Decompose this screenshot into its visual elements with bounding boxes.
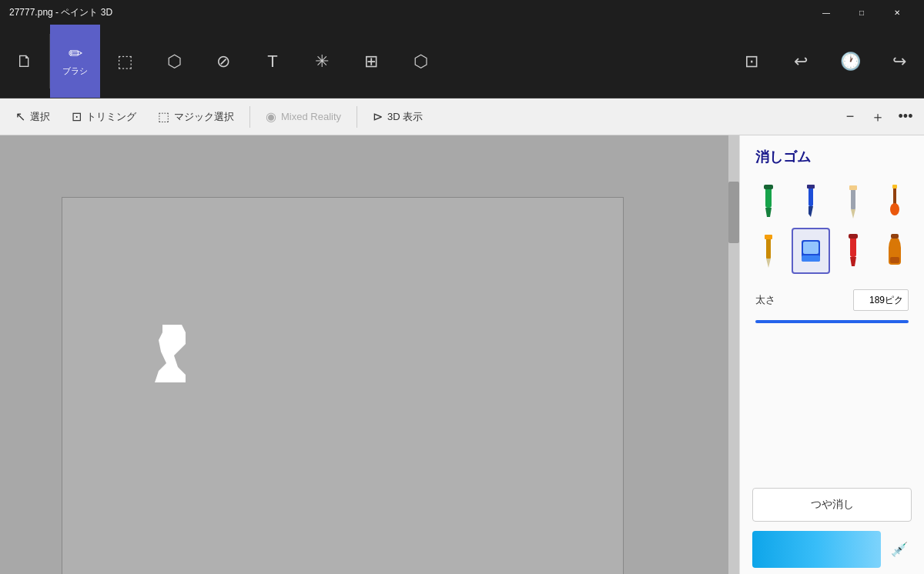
brush-eraser[interactable] [792, 228, 830, 274]
svg-marker-20 [850, 257, 856, 266]
matte-button[interactable]: つや消し [752, 488, 912, 522]
panel-title: 消しゴム [740, 135, 924, 175]
zoom-minus-icon: − [846, 108, 855, 125]
canvas-wrapper [62, 197, 624, 574]
thickness-input[interactable] [853, 289, 909, 311]
sub-select-label: 選択 [30, 110, 50, 124]
toolbar-right: ⊡ ↩ 🕐 ↪ [727, 25, 924, 98]
svg-rect-23 [890, 257, 899, 263]
toolbar-text[interactable]: T [248, 25, 297, 98]
thickness-label: 太さ [755, 293, 847, 307]
svg-rect-21 [849, 234, 858, 239]
close-button[interactable]: ✕ [879, 0, 915, 25]
toolbar-3d-object[interactable]: ⬡ [149, 25, 199, 98]
maximize-button[interactable]: □ [844, 0, 879, 25]
canvas-drawing [155, 325, 189, 382]
thickness-row: 太さ [740, 283, 924, 317]
brush-icon: ✏ [69, 45, 82, 62]
svg-rect-3 [764, 185, 773, 189]
toolbar-canvas-resize[interactable]: ⊞ [346, 25, 396, 98]
sub-trim-label: トリミング [86, 110, 136, 124]
color-swatch[interactable] [752, 531, 881, 568]
mixed-reality-icon: ◉ [266, 109, 276, 124]
svg-marker-2 [765, 208, 772, 217]
sub-3d-view[interactable]: ⊳ 3D 表示 [363, 105, 432, 128]
toolbar-brush[interactable]: ✏ ブラシ [50, 25, 100, 98]
svg-rect-18 [803, 242, 819, 254]
trim-icon: ⊡ [72, 109, 82, 124]
redo-icon: ↪ [892, 53, 906, 70]
select-arrow-icon: ↖ [15, 109, 25, 124]
scrollbar-thumb[interactable] [728, 182, 739, 243]
sticker-icon: ⊘ [216, 53, 230, 70]
toolbar-sticker[interactable]: ⊘ [199, 25, 248, 98]
brush-marker-red[interactable] [834, 228, 872, 274]
svg-rect-15 [765, 235, 772, 239]
toolbar-paste[interactable]: ⊡ [727, 25, 776, 98]
window-title: 27777.png - ペイント 3D [9, 6, 112, 19]
eyedropper-icon: 💉 [891, 541, 908, 558]
3d-view-sub-icon: ⊳ [373, 109, 383, 124]
toolbar-canvas[interactable]: 🗋 [0, 25, 49, 98]
minimize-button[interactable]: — [808, 0, 844, 25]
3d-view-icon: ⬡ [413, 53, 428, 70]
sub-toolbar: ↖ 選択 ⊡ トリミング ⬚ マジック選択 ◉ Mixed Reality ⊳ … [0, 98, 924, 135]
more-icon: ••• [899, 108, 913, 125]
zoom-plus-button[interactable]: ＋ [865, 105, 890, 129]
toolbar-3d-view[interactable]: ⬡ [396, 25, 445, 98]
panel-spacer [740, 332, 924, 479]
toolbar-brush-label: ブラシ [62, 65, 88, 77]
thickness-slider[interactable] [755, 320, 909, 323]
vertical-scrollbar[interactable] [728, 135, 739, 574]
toolbar-effects[interactable]: ✳ [297, 25, 346, 98]
svg-rect-22 [891, 234, 899, 239]
svg-marker-14 [766, 259, 771, 268]
main-toolbar: 🗋 ✏ ブラシ ⬚ ⬡ ⊘ T ✳ ⊞ ⬡ ⊡ ↩ [0, 25, 924, 98]
zoom-plus-icon: ＋ [871, 108, 885, 126]
sub-divider-2 [357, 106, 357, 128]
svg-marker-8 [851, 209, 855, 219]
canvas-area[interactable] [0, 135, 739, 574]
brush-pen-blue[interactable] [792, 179, 830, 225]
zoom-minus-button[interactable]: − [838, 105, 862, 129]
brush-marker-green[interactable] [749, 179, 788, 225]
history-icon: 🕐 [840, 53, 861, 70]
svg-marker-0 [155, 325, 186, 382]
toolbar-history[interactable]: 🕐 [825, 25, 875, 98]
paste-icon: ⊡ [745, 53, 758, 70]
sub-divider-1 [249, 106, 250, 128]
sub-mixed-reality-label: Mixed Reality [281, 111, 341, 122]
toolbar-select-shape[interactable]: ⬚ [100, 25, 149, 98]
color-swatch-row: 💉 [740, 531, 924, 574]
canvas-resize-icon: ⊞ [364, 53, 378, 70]
brush-bottle-amber[interactable] [875, 228, 914, 274]
effects-icon: ✳ [315, 53, 329, 70]
svg-rect-9 [849, 185, 857, 190]
main-content: 消しゴム [0, 135, 924, 574]
svg-rect-6 [807, 185, 815, 189]
svg-marker-5 [808, 206, 813, 217]
toolbar-undo[interactable]: ↩ [776, 25, 825, 98]
more-button[interactable]: ••• [893, 105, 918, 129]
3d-object-icon: ⬡ [167, 53, 182, 70]
magic-select-icon: ⬚ [158, 109, 169, 124]
sub-3d-view-label: 3D 表示 [387, 110, 423, 124]
select-shape-icon: ⬚ [117, 53, 133, 70]
eyedropper-button[interactable]: 💉 [887, 537, 912, 562]
toolbar-redo[interactable]: ↪ [875, 25, 924, 98]
sub-trim[interactable]: ⊡ トリミング [62, 105, 146, 128]
svg-rect-12 [892, 185, 897, 189]
brush-pencil-yellow[interactable] [749, 228, 788, 274]
text-icon: T [267, 53, 277, 70]
canvas-icon: 🗋 [16, 53, 33, 70]
sub-magic-select[interactable]: ⬚ マジック選択 [149, 105, 243, 128]
toolbar-spacer [445, 25, 727, 98]
matte-label: つや消し [811, 498, 854, 510]
brush-brush-orange[interactable] [875, 179, 914, 225]
svg-point-11 [890, 203, 899, 215]
brush-pencil-gray[interactable] [834, 179, 872, 225]
sub-select[interactable]: ↖ 選択 [6, 105, 59, 128]
right-panel: 消しゴム [739, 135, 924, 574]
thickness-slider-container [740, 317, 924, 332]
sub-mixed-reality: ◉ Mixed Reality [256, 105, 350, 128]
